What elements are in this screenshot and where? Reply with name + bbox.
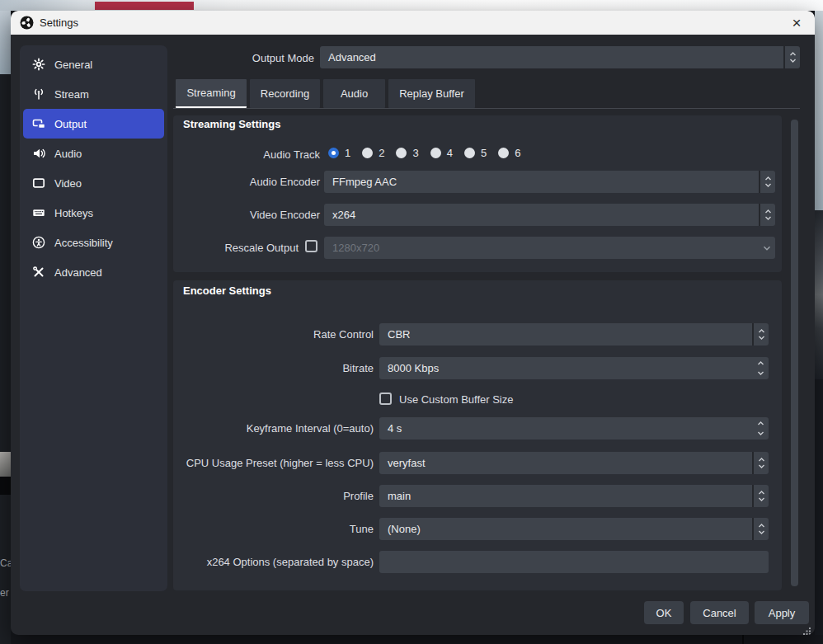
radio-icon[interactable] xyxy=(362,148,373,158)
chevron-up-down-icon[interactable] xyxy=(752,518,769,540)
tune-label: Tune xyxy=(173,523,374,535)
output-mode-select[interactable]: Advanced xyxy=(320,46,800,68)
screen: Ca er Settings × xyxy=(0,0,823,644)
sidebar-item-audio[interactable]: Audio xyxy=(23,139,164,168)
audio-track-option-6[interactable]: 6 xyxy=(498,147,520,159)
keyboard-icon xyxy=(31,206,46,219)
rate-control-select[interactable]: CBR xyxy=(379,323,769,346)
sidebar-item-output[interactable]: Output xyxy=(23,109,164,139)
apply-button[interactable]: Apply xyxy=(755,601,809,624)
radio-icon[interactable] xyxy=(464,148,475,158)
photo-fragment xyxy=(815,210,823,379)
bitrate-spinbox[interactable]: 8000 Kbps xyxy=(379,357,769,379)
title-bar[interactable]: Settings × xyxy=(11,11,815,35)
profile-select[interactable]: main xyxy=(379,485,769,507)
chevron-up-down-icon[interactable] xyxy=(759,171,775,193)
sidebar-item-video[interactable]: Video xyxy=(23,168,164,198)
background-bottom-strip xyxy=(11,635,823,644)
sidebar-item-label: Advanced xyxy=(54,266,102,279)
video-encoder-label: Video Encoder xyxy=(173,209,320,221)
tune-value: (None) xyxy=(379,518,752,540)
audio-encoder-select[interactable]: FFmpeg AAC xyxy=(324,171,775,193)
audio-track-option-5[interactable]: 5 xyxy=(464,147,487,159)
video-encoder-value: x264 xyxy=(324,204,759,226)
background-left-strip: Ca er xyxy=(0,11,11,644)
bitrate-value: 8000 Kbps xyxy=(379,357,752,379)
tab-audio[interactable]: Audio xyxy=(323,79,385,108)
display-icon xyxy=(31,176,46,190)
audio-track-option-4[interactable]: 4 xyxy=(430,147,453,159)
x264-options-label: x264 Options (separated by space) xyxy=(173,556,374,568)
cpu-preset-value: veryfast xyxy=(379,452,752,474)
audio-track-option-1[interactable]: 1 xyxy=(328,147,350,159)
custom-buffer-checkbox[interactable] xyxy=(379,393,392,405)
keyframe-interval-spinbox[interactable]: 4 s xyxy=(379,417,769,440)
rate-control-label: Rate Control xyxy=(173,328,374,341)
radio-icon[interactable] xyxy=(430,148,441,158)
radio-icon[interactable] xyxy=(498,148,509,158)
background-seam xyxy=(742,635,744,644)
sky-fragment xyxy=(0,11,11,74)
sidebar-item-label: Stream xyxy=(54,88,89,101)
close-icon[interactable]: × xyxy=(785,11,808,35)
chevron-up-down-icon[interactable] xyxy=(783,46,800,68)
rescale-resolution-select[interactable]: 1280x720 xyxy=(324,237,775,259)
sidebar-item-label: General xyxy=(54,59,92,71)
tab-replay-buffer[interactable]: Replay Buffer xyxy=(388,79,475,108)
chevron-down-icon[interactable] xyxy=(759,237,775,259)
chevron-up-down-icon[interactable] xyxy=(752,452,769,474)
video-encoder-select[interactable]: x264 xyxy=(324,204,775,226)
background-red-bar xyxy=(95,2,194,10)
sidebar-item-advanced[interactable]: Advanced xyxy=(23,257,164,287)
sidebar-item-accessibility[interactable]: Accessibility xyxy=(23,228,164,257)
tab-recording[interactable]: Recording xyxy=(250,79,320,108)
keyframe-interval-value: 4 s xyxy=(379,417,752,440)
sidebar-item-general[interactable]: General xyxy=(23,49,164,79)
output-mode-value: Advanced xyxy=(320,46,783,68)
sky-fragment xyxy=(815,11,823,210)
broadcast-icon xyxy=(31,87,46,101)
rescale-output-checkbox[interactable] xyxy=(305,240,317,252)
chevron-up-down-icon[interactable] xyxy=(759,204,775,226)
radio-label: 1 xyxy=(345,147,350,159)
sidebar-item-stream[interactable]: Stream xyxy=(23,79,164,109)
keyframe-interval-label: Keyframe Interval (0=auto) xyxy=(173,422,374,435)
rescale-output-label: Rescale Output xyxy=(173,242,299,254)
section-title: Streaming Settings xyxy=(183,118,280,130)
x264-options-input[interactable] xyxy=(379,551,769,573)
radio-selected-icon[interactable] xyxy=(328,148,339,158)
audio-track-label: Audio Track xyxy=(173,148,320,161)
encoder-settings-panel: Encoder Settings Rate Control CBR Bitrat… xyxy=(173,280,782,590)
accessibility-icon xyxy=(31,236,46,249)
audio-track-option-3[interactable]: 3 xyxy=(396,147,418,159)
tab-label: Replay Buffer xyxy=(399,87,464,100)
sidebar-item-hotkeys[interactable]: Hotkeys xyxy=(23,198,164,228)
resize-grip-icon[interactable] xyxy=(802,623,811,632)
radio-label: 6 xyxy=(515,147,520,159)
radio-icon[interactable] xyxy=(396,148,407,158)
cpu-preset-label: CPU Usage Preset (higher = less CPU) xyxy=(173,457,374,469)
tab-label: Recording xyxy=(261,87,309,100)
custom-buffer-label: Use Custom Buffer Size xyxy=(399,393,513,406)
cpu-preset-select[interactable]: veryfast xyxy=(379,452,769,474)
spinbox-arrows-icon[interactable] xyxy=(752,357,769,379)
bitrate-label: Bitrate xyxy=(173,362,374,374)
audio-track-option-2[interactable]: 2 xyxy=(362,147,384,159)
audio-encoder-label: Audio Encoder xyxy=(173,176,320,188)
photo-fragment xyxy=(0,452,11,477)
sidebar-item-label: Accessibility xyxy=(54,237,113,249)
profile-label: Profile xyxy=(173,490,374,502)
tab-streaming[interactable]: Streaming xyxy=(176,79,247,108)
spinbox-arrows-icon[interactable] xyxy=(752,417,769,440)
rate-control-value: CBR xyxy=(379,323,752,346)
chevron-up-down-icon[interactable] xyxy=(752,323,769,346)
profile-value: main xyxy=(379,485,752,507)
output-mode-label: Output Mode xyxy=(172,52,314,64)
chevron-up-down-icon[interactable] xyxy=(752,485,769,507)
clipped-text-fragment: er xyxy=(0,587,11,599)
tune-select[interactable]: (None) xyxy=(379,518,769,540)
section-title: Encoder Settings xyxy=(183,284,271,297)
scrollbar-thumb[interactable] xyxy=(791,120,798,586)
ok-button[interactable]: OK xyxy=(644,601,684,624)
cancel-button[interactable]: Cancel xyxy=(690,601,749,624)
